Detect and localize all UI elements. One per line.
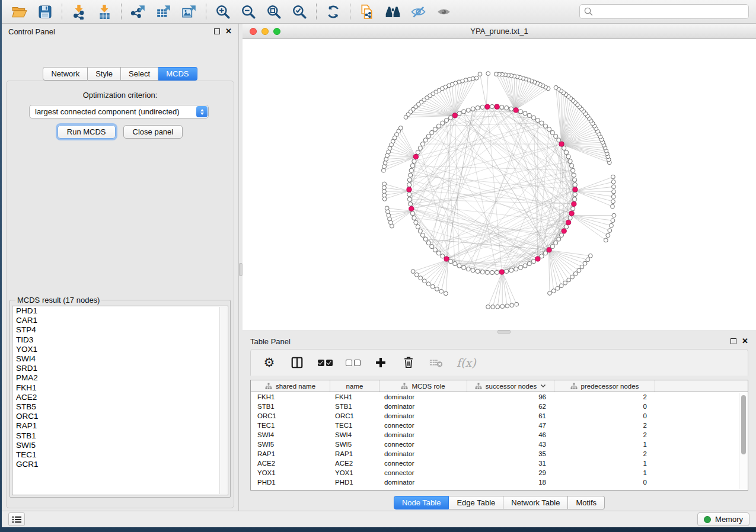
- table-row[interactable]: ORC1ORC1dominator610: [251, 411, 748, 421]
- window-zoom-icon[interactable]: [273, 28, 280, 35]
- tab-node-table[interactable]: Node Table: [394, 496, 449, 509]
- memory-button[interactable]: Memory: [697, 512, 749, 526]
- zoom-selected-icon: [292, 4, 307, 20]
- column-header-empty: [655, 380, 748, 392]
- mcds-list-scrollbar[interactable]: [219, 307, 227, 494]
- mcds-result-item[interactable]: FKH1: [12, 383, 228, 393]
- unselect-all-columns-button[interactable]: [345, 355, 361, 370]
- column-header-predecessor-nodes[interactable]: predecessor nodes: [554, 380, 655, 392]
- table-cell: connector: [379, 421, 467, 430]
- close-panel-button[interactable]: Close panel: [123, 125, 183, 139]
- zoom-out-button[interactable]: [238, 2, 259, 22]
- column-tree-icon: [401, 383, 408, 390]
- mcds-result-item[interactable]: PHD1: [12, 306, 228, 316]
- create-column-button[interactable]: [373, 355, 388, 370]
- table-row[interactable]: SWI5SWI5connector431: [251, 440, 748, 449]
- mcds-result-item[interactable]: RAP1: [12, 421, 228, 431]
- table-row[interactable]: SWI4SWI4dominator462: [251, 430, 748, 440]
- table-row[interactable]: PHD1PHD1dominator180: [251, 477, 748, 487]
- mcds-result-title: MCDS result (17 nodes): [15, 296, 101, 305]
- table-settings-button[interactable]: ⚙: [261, 355, 277, 370]
- table-cell: 18: [467, 477, 554, 487]
- mcds-result-item[interactable]: PMA2: [12, 373, 228, 383]
- columns-icon: [291, 356, 304, 369]
- open-session-button[interactable]: [9, 2, 30, 22]
- mcds-result-item[interactable]: TID3: [12, 335, 228, 345]
- export-image-button[interactable]: [178, 2, 200, 22]
- export-network-button[interactable]: [127, 2, 149, 22]
- tab-edge-table[interactable]: Edge Table: [449, 496, 503, 509]
- tab-style[interactable]: Style: [88, 67, 121, 81]
- mcds-result-item[interactable]: TEC1: [12, 450, 228, 460]
- table-cell: ORC1: [251, 411, 330, 421]
- float-panel-icon[interactable]: [731, 338, 736, 344]
- zoom-in-button[interactable]: [212, 2, 234, 22]
- column-header-successor-nodes[interactable]: successor nodes: [467, 380, 554, 392]
- mcds-result-item[interactable]: SRD1: [12, 364, 228, 373]
- tab-select[interactable]: Select: [121, 67, 158, 81]
- show-log-button[interactable]: [8, 512, 25, 526]
- tab-network[interactable]: Network: [43, 67, 88, 81]
- column-header-mcds-role[interactable]: MCDS role: [379, 380, 467, 392]
- hide-selected-button[interactable]: [407, 2, 429, 22]
- first-neighbors-button[interactable]: [382, 2, 403, 22]
- import-table-button[interactable]: [94, 2, 115, 22]
- import-network-button[interactable]: [68, 2, 90, 22]
- zoom-in-icon: [215, 4, 231, 20]
- table-scrollbar[interactable]: [739, 393, 747, 489]
- table-row[interactable]: YOX1YOX1connector291: [251, 468, 748, 477]
- mcds-result-group: MCDS result (17 nodes) PHD1CAR1STP4TID3Y…: [9, 296, 231, 498]
- mcds-result-item[interactable]: GCR1: [12, 460, 228, 469]
- table-row[interactable]: ACE2ACE2connector311: [251, 459, 748, 468]
- delete-selected-rows-button[interactable]: [401, 355, 416, 370]
- show-columns-button[interactable]: [289, 355, 305, 370]
- close-panel-icon[interactable]: ✕: [225, 28, 232, 34]
- optimization-criterion-dropdown[interactable]: largest connected component (undirected): [29, 105, 209, 118]
- export-table-button[interactable]: [153, 2, 174, 22]
- window-close-icon[interactable]: [250, 28, 257, 35]
- column-header-shared-name[interactable]: shared name: [251, 380, 330, 392]
- show-all-button[interactable]: [433, 2, 454, 22]
- table-row[interactable]: TEC1TEC1connector472: [251, 421, 748, 430]
- zoom-fit-button[interactable]: [263, 2, 285, 22]
- mcds-result-item[interactable]: ORC1: [12, 412, 228, 421]
- table-cell: RAP1: [330, 449, 379, 459]
- column-header-name[interactable]: name: [330, 380, 379, 392]
- export-image-icon: [181, 4, 197, 20]
- close-panel-icon[interactable]: ✕: [742, 338, 748, 344]
- optimization-criterion-label: Optimization criterion:: [7, 91, 234, 100]
- table-scrollbar-thumb[interactable]: [741, 395, 746, 454]
- window-minimize-icon[interactable]: [261, 28, 269, 35]
- table-cell: 0: [554, 402, 655, 411]
- network-canvas[interactable]: [243, 39, 756, 330]
- save-session-button[interactable]: [34, 2, 56, 22]
- table-cell: [655, 468, 748, 477]
- application-window: Control Panel ✕ Network Style Select MCD…: [2, 0, 756, 527]
- mcds-result-item[interactable]: ACE2: [12, 393, 228, 402]
- new-network-from-selection-button[interactable]: [356, 2, 378, 22]
- search-input[interactable]: [596, 7, 744, 16]
- mcds-result-item[interactable]: CAR1: [12, 316, 228, 325]
- tab-motifs[interactable]: Motifs: [568, 496, 605, 509]
- tab-network-table[interactable]: Network Table: [503, 496, 568, 509]
- table-row[interactable]: STB1STB1dominator620: [251, 402, 748, 411]
- mcds-result-item[interactable]: SWI5: [12, 441, 228, 450]
- run-mcds-button[interactable]: Run MCDS: [58, 125, 116, 139]
- tab-mcds[interactable]: MCDS: [158, 67, 197, 81]
- table-row[interactable]: RAP1RAP1dominator352: [251, 449, 748, 459]
- mcds-result-item[interactable]: STP4: [12, 325, 228, 335]
- mcds-result-item[interactable]: STB5: [12, 402, 228, 412]
- mcds-result-item[interactable]: SWI4: [12, 354, 228, 364]
- float-panel-icon[interactable]: [214, 28, 220, 34]
- mcds-result-item[interactable]: STB1: [12, 431, 228, 441]
- select-all-columns-button[interactable]: [317, 355, 333, 370]
- table-cell: STB1: [251, 402, 330, 411]
- mcds-tab-content: Optimization criterion: largest connecte…: [6, 81, 234, 508]
- mcds-result-item[interactable]: YOX1: [12, 345, 228, 354]
- table-toolbar: ⚙: [250, 349, 748, 376]
- table-row[interactable]: FKH1FKH1dominator962: [251, 392, 748, 402]
- apply-layout-button[interactable]: [323, 2, 344, 22]
- export-network-icon: [130, 4, 146, 20]
- zoom-selected-button[interactable]: [289, 2, 310, 22]
- table-cell: 2: [554, 430, 655, 440]
